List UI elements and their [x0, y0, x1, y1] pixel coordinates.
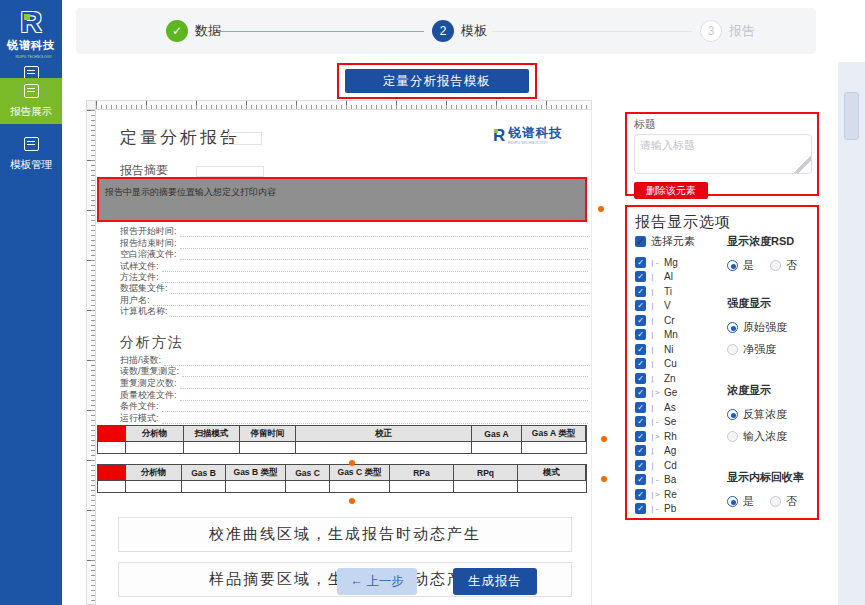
method-field-row: 质量校准文件:	[120, 390, 588, 402]
element-row[interactable]: |- Mg	[635, 255, 678, 270]
info-field-row: 报告开始时间:	[120, 227, 588, 238]
radio-label: 是	[743, 258, 754, 273]
method-fields: 扫描/读数: 读数/重复测定: 重复测定次数: 质量校准文件:	[120, 355, 588, 425]
radio-option[interactable]: 原始强度	[727, 320, 817, 335]
step-connector	[492, 31, 692, 32]
radio-label: 原始强度	[743, 320, 787, 335]
step-report[interactable]: 3 报告	[700, 20, 755, 42]
options-panel-title: 报告显示选项	[635, 213, 731, 232]
summary-text-element[interactable]: 报告中显示的摘要位置输入想定义打印内容	[97, 177, 587, 222]
table-header-cell: Gas C	[286, 465, 330, 481]
element-symbol: Cd	[664, 460, 677, 471]
element-row[interactable]: | Ti	[635, 284, 678, 299]
checkbox-icon	[635, 257, 646, 268]
delete-element-button[interactable]: 删除该元素	[634, 182, 708, 199]
radio-option[interactable]: 反算浓度	[727, 407, 817, 422]
rsd-group-title: 显示浓度RSD	[727, 234, 817, 249]
report-logo-subtitle: RUIPU TECHNOLOGY	[508, 140, 548, 144]
element-row[interactable]: | Mn	[635, 328, 678, 343]
step-connector	[216, 31, 424, 32]
radio-option[interactable]: 输入浓度	[727, 429, 817, 444]
element-row[interactable]: |- Pb	[635, 502, 678, 517]
method-field-label: 运行模式:	[120, 412, 159, 425]
analyte-table-1[interactable]: 分析物扫描模式停留时间校正Gas AGas A 类型	[97, 425, 587, 454]
title-input[interactable]	[634, 134, 812, 174]
element-row[interactable]: |> Ge	[635, 386, 678, 401]
element-row[interactable]: | Ag	[635, 444, 678, 459]
element-row[interactable]: |> Re	[635, 487, 678, 502]
step-template[interactable]: 2 模板	[432, 20, 487, 42]
element-symbol: Ge	[664, 387, 677, 398]
radio-option[interactable]: 净强度	[727, 342, 817, 357]
sidebar-item-label: 报告展示	[0, 105, 62, 119]
checkbox-icon	[635, 460, 646, 471]
element-symbol: Ni	[664, 344, 673, 355]
element-row[interactable]: | As	[635, 400, 678, 415]
info-field-row: 试样文件:	[120, 261, 588, 272]
element-row[interactable]: | V	[635, 299, 678, 314]
radio-option[interactable]: 是	[727, 494, 754, 509]
sidebar-item-label: 模板管理	[0, 158, 62, 172]
generate-report-button[interactable]: 生成报告	[453, 568, 537, 595]
element-symbol: Ti	[664, 286, 672, 297]
element-row[interactable]: | Cr	[635, 313, 678, 328]
logo-r-icon: R	[493, 126, 505, 146]
element-row[interactable]: |- Ba	[635, 473, 678, 488]
radio-option[interactable]: 是	[727, 258, 754, 273]
sidebar-item[interactable]: 模板管理	[0, 126, 62, 182]
element-symbol: Zn	[664, 373, 676, 384]
report-page: 定量分析报告 R 锐谱科技 RUIPU TECHNOLOGY 报告摘要 报告中显…	[96, 110, 592, 605]
element-row[interactable]: | Cd	[635, 458, 678, 473]
table-header-cell: 停留时间	[240, 426, 296, 442]
checkbox-icon	[635, 445, 646, 456]
calibration-curve-zone[interactable]: 校准曲线区域，生成报告时动态产生	[118, 517, 572, 552]
template-button[interactable]: 定量分析报告模板	[345, 69, 529, 93]
horizontal-ruler	[96, 100, 592, 110]
method-field-row: 扫描/读数:	[120, 355, 588, 367]
analyte-table-2[interactable]: 分析物Gas BGas B 类型Gas CGas C 类型RPaRPq模式	[97, 464, 587, 493]
tree-branch: |	[650, 345, 660, 354]
option-groups: 显示浓度RSD 是 否 强度显示	[727, 234, 817, 523]
resize-handle[interactable]	[598, 206, 604, 212]
element-symbol: Cu	[664, 358, 677, 369]
method-field-row: 条件文件:	[120, 402, 588, 414]
select-elements-checkbox[interactable]: 选择元素	[635, 234, 695, 249]
report-title[interactable]: 定量分析报告	[120, 126, 240, 149]
sidebar: R 锐谱科技 RUIPU TECHNOLOGY 数据同步 报告展示 模板管理	[0, 0, 62, 605]
previous-step-button[interactable]: ← 上一步	[337, 568, 417, 595]
sidebar-item[interactable]: 报告展示	[0, 78, 62, 124]
element-symbol: Re	[664, 489, 677, 500]
tree-branch: |-	[650, 475, 660, 484]
step-data[interactable]: 数据	[166, 20, 221, 42]
concentration-group: 浓度显示 反算浓度 输入浓度	[727, 383, 817, 444]
resize-handle[interactable]	[349, 498, 355, 504]
radio-label: 否	[786, 258, 797, 273]
recovery-group: 显示内标回收率 是 否	[727, 470, 817, 509]
element-row[interactable]: | Cu	[635, 357, 678, 372]
element-row[interactable]: | Ni	[635, 342, 678, 357]
element-row[interactable]: |- Se	[635, 415, 678, 430]
scrollbar-thumb[interactable]	[844, 92, 859, 140]
info-field-row: 报告结束时间:	[120, 238, 588, 249]
element-row[interactable]: |> Rh	[635, 429, 678, 444]
arrow-left-icon: ←	[350, 574, 363, 588]
element-symbol: Rh	[664, 431, 677, 442]
element-symbol: Se	[664, 416, 676, 427]
resize-handle[interactable]	[349, 460, 355, 466]
tree-branch: |>	[650, 388, 660, 397]
logo-title: 锐谱科技	[0, 38, 62, 53]
table-corner-cell	[98, 465, 126, 481]
radio-icon	[727, 322, 738, 333]
resize-handle[interactable]	[601, 476, 607, 482]
table-empty-row	[98, 481, 586, 492]
element-symbol: Cr	[664, 315, 675, 326]
radio-option[interactable]: 否	[770, 494, 797, 509]
title-property-panel: 标题 删除该元素	[625, 112, 819, 196]
resize-handle[interactable]	[601, 436, 607, 442]
element-row[interactable]: | Al	[635, 270, 678, 285]
step-number: 3	[700, 20, 722, 42]
table-header-cell: Gas C 类型	[330, 465, 390, 481]
element-row[interactable]: | Zn	[635, 371, 678, 386]
radio-option[interactable]: 否	[770, 258, 797, 273]
checkbox-icon	[635, 503, 646, 514]
